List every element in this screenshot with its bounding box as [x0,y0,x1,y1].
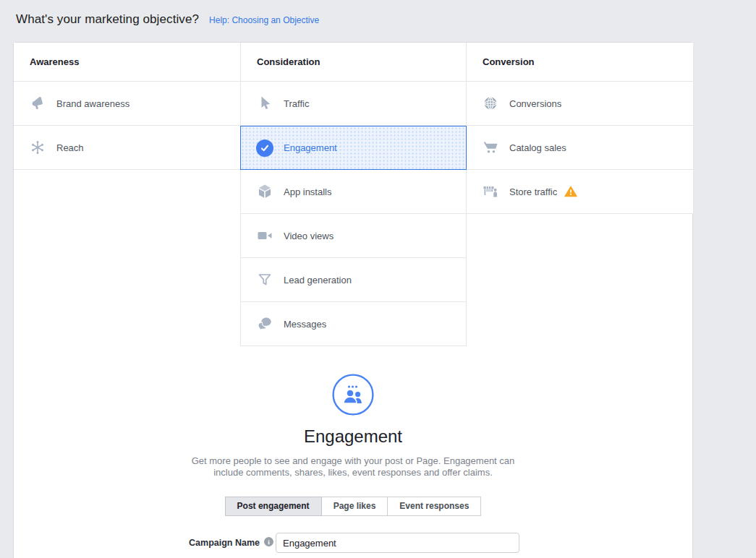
column-conversion: Conversion Conversions Catalog sales Sto… [467,43,693,214]
objective-app-installs[interactable]: App installs [241,170,466,214]
detail-description-line2: include comments, shares, likes, event r… [14,467,692,478]
objective-label: App installs [284,186,331,197]
column-header-consideration: Consideration [241,43,466,82]
detail-description-line1: Get more people to see and engage with y… [14,455,692,467]
objective-label: Conversions [509,98,561,109]
objective-label: Messages [284,319,326,330]
objective-label: Lead generation [284,275,352,286]
help-link[interactable]: Help: Choosing an Objective [209,15,319,25]
warning-icon[interactable] [564,186,577,197]
objective-label: Video views [284,231,334,241]
objective-engagement[interactable]: Engagement [240,126,467,170]
objective-messages[interactable]: Messages [241,302,466,346]
detail-description: Get more people to see and engage with y… [14,455,692,478]
objective-label: Engagement [284,142,337,153]
objective-conversions[interactable]: Conversions [467,82,693,126]
storefront-icon [481,182,500,201]
check-circle-icon [255,139,274,158]
objective-traffic[interactable]: Traffic [241,82,466,126]
column-header-awareness: Awareness [14,43,240,82]
column-header-conversion: Conversion [467,43,693,82]
cube-icon [255,182,274,201]
campaign-name-row: Campaign Name i [14,533,692,554]
tab-page-likes[interactable]: Page likes [321,497,388,516]
reach-spokes-icon [28,138,47,157]
column-awareness: Awareness Brand awareness Reach [14,43,240,170]
page-header: What's your marketing objective? Help: C… [16,12,319,27]
campaign-name-label: Campaign Name [101,538,260,548]
objective-label: Catalog sales [509,142,566,153]
column-consideration: Consideration Traffic Engagement App ins… [240,43,467,346]
shopping-cart-icon [481,138,500,157]
objective-label: Traffic [284,98,309,109]
campaign-name-input[interactable] [276,533,519,553]
video-camera-icon [255,226,274,245]
funnel-icon [255,270,274,289]
globe-icon [481,94,500,113]
objective-reach[interactable]: Reach [14,126,240,170]
tab-event-responses[interactable]: Event responses [387,497,481,516]
cursor-icon [255,94,274,113]
megaphone-icon [28,94,47,113]
tab-post-engagement[interactable]: Post engagement [225,497,322,516]
objective-lead-generation[interactable]: Lead generation [241,258,466,302]
info-icon[interactable]: i [264,537,273,546]
objective-store-traffic[interactable]: Store traffic [467,170,693,214]
detail-title: Engagement [14,426,692,447]
objective-label: Brand awareness [56,98,129,109]
objective-label: Store traffic [509,186,557,197]
objectives-panel: Awareness Brand awareness Reach Consider… [13,42,693,558]
chat-bubbles-icon [255,314,274,333]
objective-brand-awareness[interactable]: Brand awareness [14,82,240,126]
objective-catalog-sales[interactable]: Catalog sales [467,126,693,170]
objective-video-views[interactable]: Video views [241,214,466,258]
page-title: What's your marketing objective? [16,12,199,27]
engagement-people-icon [14,374,692,416]
objective-label: Reach [56,142,84,153]
engagement-type-tabs: Post engagement Page likes Event respons… [14,497,692,516]
